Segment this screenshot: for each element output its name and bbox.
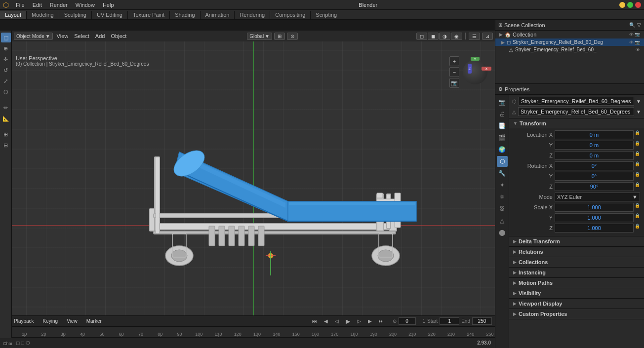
outliner-render-btn[interactable]: 📷 (635, 32, 640, 37)
vp-object-menu[interactable]: Object (109, 33, 128, 39)
scene-props-btn[interactable]: 🎬 (497, 132, 508, 143)
viewport-gizmo-btn[interactable]: ⊿ (482, 33, 493, 40)
tab-shading[interactable]: Shading (170, 11, 200, 19)
location-x-lock[interactable]: 🔒 (635, 130, 640, 139)
object-icon-select[interactable]: ▼ (636, 99, 641, 104)
viewport-overlay-btn[interactable]: ☰ (469, 33, 480, 40)
tab-animation[interactable]: Animation (201, 11, 235, 19)
tool-cursor[interactable]: ⊕ (1, 43, 11, 53)
camera-btn[interactable]: 📷 (449, 78, 459, 88)
viewport-gizmo[interactable]: X Y Z (459, 56, 491, 88)
rotation-x-lock[interactable]: 🔒 (635, 161, 640, 170)
tool-move[interactable]: ✛ (1, 54, 11, 64)
vp-view-menu[interactable]: View (55, 33, 71, 39)
rotation-y-lock[interactable]: 🔒 (635, 172, 640, 181)
rotation-z-field[interactable]: 90° (555, 182, 634, 191)
tool-select[interactable]: ⬚ (1, 33, 11, 42)
jump-start-btn[interactable]: ⏮ (310, 318, 319, 324)
location-z-lock[interactable]: 🔒 (635, 151, 640, 160)
end-frame-input[interactable] (472, 317, 492, 325)
tab-texture-paint[interactable]: Texture Paint (128, 11, 170, 19)
transform-section-header[interactable]: ▼ Transform (509, 118, 644, 128)
vp-add-menu[interactable]: Add (93, 33, 107, 39)
outliner-item-render[interactable]: 📷 (635, 40, 640, 45)
tool-rotate[interactable]: ↺ (1, 65, 11, 75)
window-close-btn[interactable] (635, 2, 641, 8)
rotation-x-field[interactable]: 0° (555, 161, 634, 170)
next-keyframe-btn[interactable]: ▷ (355, 318, 363, 324)
menu-file[interactable]: File (12, 1, 29, 9)
wireframe-mode-btn[interactable]: ◻ (416, 33, 427, 40)
mesh-icon-select[interactable]: ▼ (636, 109, 641, 115)
object-props-btn[interactable]: ⬡ (497, 156, 508, 167)
world-props-btn[interactable]: 🌍 (497, 144, 508, 155)
view-layer-props-btn[interactable]: 📑 (497, 120, 508, 131)
snap-toggle[interactable]: ⊞ (274, 33, 285, 40)
object-name-input[interactable] (519, 97, 634, 106)
rotation-mode-dropdown[interactable]: XYZ Euler ▼ (555, 193, 640, 201)
vp-select-menu[interactable]: Select (72, 33, 91, 39)
outliner-item-mesh[interactable]: △ Stryker_Emergency_Relief_Bed_60_ 👁 (495, 46, 644, 53)
particles-props-btn[interactable]: ✦ (497, 180, 508, 191)
gizmo-x-axis[interactable]: X (482, 67, 491, 71)
relations-header[interactable]: ▶ Relations (509, 247, 644, 257)
motion-paths-header[interactable]: ▶ Motion Paths (509, 278, 644, 288)
custom-properties-header[interactable]: ▶ Custom Properties (509, 309, 644, 319)
jump-end-btn[interactable]: ⏭ (377, 318, 386, 324)
rendered-mode-btn[interactable]: ◉ (451, 33, 462, 40)
scale-z-field[interactable]: 1.000 (555, 224, 634, 232)
physics-props-btn[interactable]: ⚛ (497, 192, 508, 202)
location-z-field[interactable]: 0 m (555, 151, 634, 160)
collections-header[interactable]: ▶ Collections (509, 257, 644, 267)
tab-uv-editing[interactable]: UV Editing (92, 11, 128, 19)
window-minimize-btn[interactable] (619, 2, 625, 8)
outliner-mesh-visibility[interactable]: 👁 (636, 47, 640, 52)
zoom-out-btn[interactable]: − (449, 67, 459, 77)
prev-keyframe-btn[interactable]: ◁ (333, 318, 341, 324)
keying-menu[interactable]: Keying (40, 318, 61, 324)
tab-scripting[interactable]: Scripting (311, 11, 342, 19)
next-frame-btn[interactable]: ▶ (366, 318, 374, 324)
window-maximize-btn[interactable] (627, 2, 633, 8)
outliner-item-visibility[interactable]: 👁 (629, 40, 634, 45)
tool-add[interactable]: ⊞ (1, 129, 11, 139)
delta-transform-header[interactable]: ▶ Delta Transform (509, 236, 644, 246)
constraints-props-btn[interactable]: ⛓ (497, 203, 508, 214)
rotation-y-field[interactable]: 0° (555, 172, 634, 181)
data-props-btn[interactable]: △ (497, 215, 508, 226)
output-props-btn[interactable]: 🖨 (497, 109, 508, 119)
scale-y-lock[interactable]: 🔒 (635, 213, 640, 222)
render-props-btn[interactable]: 📷 (497, 97, 508, 108)
marker-menu[interactable]: Marker (83, 318, 105, 324)
outliner-search-btn[interactable]: 🔍 (629, 22, 635, 28)
menu-render[interactable]: Render (46, 1, 72, 9)
modifier-props-btn[interactable]: 🔧 (497, 168, 508, 179)
mesh-name-input[interactable] (518, 107, 634, 116)
tool-transform[interactable]: ⬡ (1, 87, 11, 97)
tool-annotate[interactable]: ✏ (1, 103, 11, 113)
outliner-filter-btn[interactable]: ▽ (637, 22, 641, 28)
scale-z-lock[interactable]: 🔒 (635, 224, 640, 232)
tool-measure[interactable]: 📐 (1, 114, 11, 123)
outliner-visibility-btn[interactable]: 👁 (629, 32, 634, 37)
tool-scale[interactable]: ⤢ (1, 76, 11, 86)
material-props-btn[interactable]: ⬤ (497, 227, 508, 238)
instancing-header[interactable]: ▶ Instancing (509, 268, 644, 277)
proportional-toggle[interactable]: ⊙ (287, 33, 298, 40)
menu-edit[interactable]: Edit (29, 1, 46, 9)
tab-compositing[interactable]: Compositing (270, 11, 311, 19)
viewport-display-header[interactable]: ▶ Viewport Display (509, 299, 644, 309)
tab-layout[interactable]: Layout (0, 11, 27, 19)
location-y-lock[interactable]: 🔒 (635, 141, 640, 150)
transform-global-dropdown[interactable]: Global ▼ (247, 33, 272, 40)
scale-y-field[interactable]: 1.000 (555, 213, 634, 222)
gizmo-z-axis[interactable]: Z (468, 64, 472, 74)
tab-rendering[interactable]: Rendering (235, 11, 270, 19)
solid-mode-btn[interactable]: ◼ (428, 33, 439, 40)
tab-modeling[interactable]: Modeling (27, 11, 59, 19)
material-preview-btn[interactable]: ◑ (439, 33, 450, 40)
prev-frame-btn[interactable]: ◀ (322, 318, 330, 324)
object-mode-dropdown[interactable]: Object Mode ▼ (14, 33, 53, 40)
scale-x-field[interactable]: 1.000 (555, 203, 634, 212)
outliner-collection[interactable]: ▶ 🏠 Collection 👁 📷 (495, 31, 644, 39)
